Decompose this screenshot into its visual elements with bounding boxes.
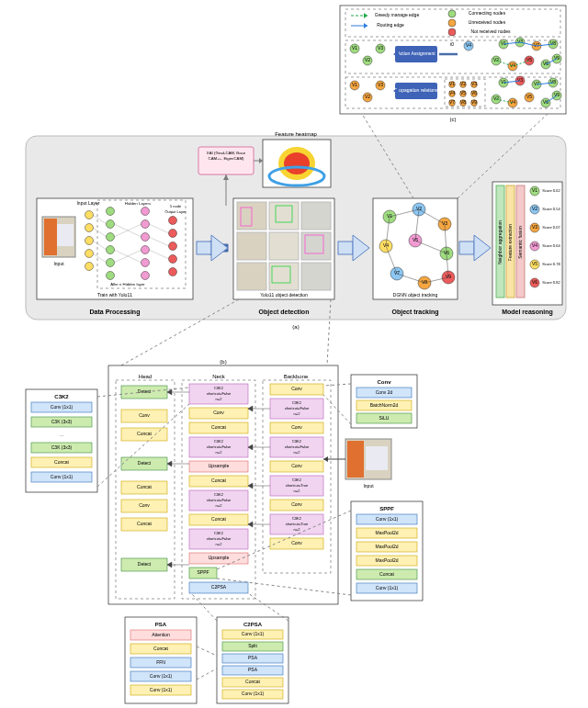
- legend-connecting-label: Connecting nodes: [469, 10, 506, 16]
- propagation-label: Propagation relations: [394, 87, 438, 93]
- svg-text:V6: V6: [532, 279, 537, 285]
- model-reasoning-label: Model reasoning: [502, 309, 553, 316]
- svg-text:Input Layer: Input Layer: [76, 200, 99, 206]
- svg-text:Neck: Neck: [212, 374, 226, 379]
- svg-text:PSA: PSA: [155, 622, 167, 627]
- svg-text:V1: V1: [449, 81, 455, 86]
- svg-text:Concat: Concat: [211, 424, 226, 430]
- svg-point-108: [141, 208, 150, 216]
- panel-c-caption: (c): [450, 117, 457, 122]
- svg-text:Score 0.07: Score 0.07: [542, 225, 560, 230]
- svg-text:Aller n Hidden layer: Aller n Hidden layer: [110, 282, 145, 287]
- object-detection-label: Object detection: [259, 309, 310, 316]
- svg-text:PSA: PSA: [248, 667, 258, 672]
- action-assignment-label: Action Assignment: [397, 51, 435, 56]
- svg-text:Concat: Concat: [137, 521, 152, 526]
- svg-rect-145: [301, 263, 331, 290]
- svg-text:SPPF: SPPF: [197, 569, 209, 575]
- svg-text:Conv 2d: Conv 2d: [376, 389, 393, 395]
- svg-text:Semantic fusion: Semantic fusion: [517, 226, 523, 259]
- svg-rect-151: [338, 242, 353, 254]
- svg-rect-293: [366, 446, 388, 470]
- svg-rect-138: [269, 202, 299, 230]
- svg-text:V6: V6: [543, 99, 548, 105]
- svg-text:V2: V2: [532, 206, 537, 211]
- svg-rect-142: [301, 232, 331, 260]
- svg-point-117: [169, 255, 177, 264]
- svg-text:V7: V7: [394, 270, 400, 275]
- svg-text:V1: V1: [532, 187, 537, 193]
- legend-routing-label: Routing edge: [377, 22, 404, 28]
- svg-text:V4: V4: [449, 90, 455, 96]
- svg-text:MaxPool2d: MaxPool2d: [375, 557, 398, 563]
- svg-text:Score 0.82: Score 0.82: [542, 280, 560, 285]
- svg-text:Score 0.54: Score 0.54: [542, 207, 560, 211]
- svg-text:XAI (Grad-CAM, BaseCAM++, Eige: XAI (Grad-CAM, BaseCAM++, EigenCAM): [207, 151, 246, 161]
- svg-text:V4: V4: [532, 242, 537, 248]
- svg-text:V8: V8: [550, 40, 556, 46]
- svg-text:Detect: Detect: [138, 561, 152, 567]
- svg-text:Conv: Conv: [291, 424, 302, 430]
- svg-text:Score 0.62: Score 0.62: [542, 188, 560, 193]
- svg-point-112: [141, 259, 150, 267]
- svg-text:C2PSA: C2PSA: [211, 584, 227, 590]
- svg-text:C2PSA: C2PSA: [243, 622, 263, 627]
- svg-text:C3K2: C3K2: [54, 394, 69, 399]
- panel-b-caption: (b): [220, 359, 226, 365]
- svg-text:DGNN object tracking: DGNN object tracking: [393, 292, 438, 298]
- svg-text:Concat: Concat: [153, 646, 168, 651]
- svg-point-100: [85, 250, 94, 258]
- svg-text:Attention: Attention: [152, 632, 170, 637]
- svg-line-366: [197, 646, 217, 656]
- legend-unreceived-label: Unreceived nodes: [469, 19, 506, 25]
- svg-point-118: [169, 268, 177, 276]
- svg-point-99: [85, 237, 94, 245]
- panel-b: (b) Head Neck Backbone Detect Conv Conca…: [108, 359, 391, 604]
- svg-text:Concat: Concat: [211, 516, 226, 522]
- svg-text:Neighbor aggregation: Neighbor aggregation: [497, 220, 503, 264]
- panel-a: Feature heatmap XAI (Grad-CAM, BaseCAM++…: [26, 131, 566, 330]
- svg-text:Conv: Conv: [291, 540, 302, 545]
- svg-text:Concat: Concat: [54, 459, 69, 465]
- svg-rect-140: [237, 232, 266, 260]
- figure-root: Greedy manage edge Routing edge Connecti…: [0, 0, 588, 708]
- svg-point-114: [169, 217, 177, 225]
- svg-text:V3: V3: [517, 39, 523, 44]
- svg-text:t0: t0: [450, 41, 454, 47]
- svg-text:FFN: FFN: [156, 659, 165, 665]
- svg-point-107: [107, 272, 115, 280]
- svg-text:V3: V3: [471, 81, 477, 86]
- legend-unreceived-dot: [448, 19, 456, 27]
- svg-text:Score 0.64: Score 0.64: [542, 243, 560, 248]
- svg-text:Head: Head: [139, 374, 152, 379]
- svg-text:Concat: Concat: [137, 431, 152, 436]
- svg-text:V1: V1: [352, 45, 357, 51]
- object-detection: Yolo11 object detection Object detection: [233, 198, 334, 316]
- svg-text:Concat: Concat: [211, 478, 226, 483]
- svg-rect-91: [44, 219, 57, 255]
- svg-text:Conv (1x1): Conv (1x1): [242, 631, 265, 636]
- svg-rect-141: [269, 232, 299, 260]
- svg-point-83: [284, 152, 310, 174]
- svg-text:MaxPool2d: MaxPool2d: [375, 544, 398, 549]
- svg-text:Conv (1x1): Conv (1x1): [150, 673, 173, 679]
- svg-text:Split: Split: [248, 643, 257, 648]
- legend-notreceived-label: Not received nodes: [470, 28, 511, 34]
- svg-text:V6: V6: [471, 90, 477, 96]
- svg-text:Feature extraction: Feature extraction: [507, 224, 513, 262]
- model-reasoning: Neighbor aggregation Feature extraction …: [492, 182, 562, 316]
- svg-text:BatchNorm2d: BatchNorm2d: [370, 402, 399, 408]
- svg-text:…: …: [60, 432, 64, 437]
- svg-text:Conv: Conv: [291, 463, 302, 468]
- svg-text:Conv: Conv: [139, 502, 150, 508]
- svg-text:V2: V2: [493, 57, 499, 62]
- svg-text:Train with Yolo11: Train with Yolo11: [97, 292, 132, 298]
- svg-text:Conv: Conv: [291, 386, 302, 391]
- panel-c: Greedy manage edge Routing edge Connecti…: [340, 6, 566, 122]
- svg-text:Detect: Detect: [138, 460, 152, 466]
- svg-text:C3K (3x3): C3K (3x3): [51, 444, 73, 450]
- svg-text:Hidden Layers: Hidden Layers: [125, 201, 152, 206]
- svg-text:V3: V3: [378, 82, 383, 87]
- svg-text:Conv (1x1): Conv (1x1): [150, 687, 173, 692]
- svg-text:Concat: Concat: [379, 571, 394, 577]
